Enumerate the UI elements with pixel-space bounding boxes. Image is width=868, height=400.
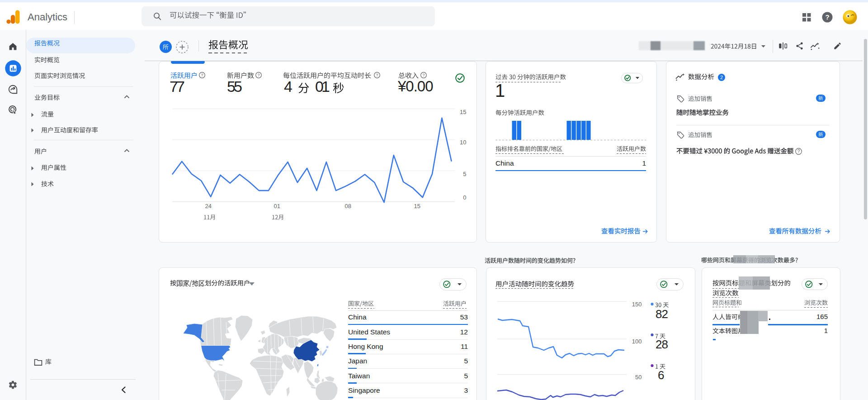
svg-text:?: ? bbox=[797, 148, 800, 153]
svg-text:?: ? bbox=[257, 73, 259, 77]
svg-text:?: ? bbox=[422, 73, 425, 77]
svg-text:?: ? bbox=[376, 73, 378, 77]
svg-text:?: ? bbox=[825, 13, 829, 21]
svg-text:2: 2 bbox=[720, 75, 722, 80]
svg-text:?: ? bbox=[201, 73, 203, 77]
